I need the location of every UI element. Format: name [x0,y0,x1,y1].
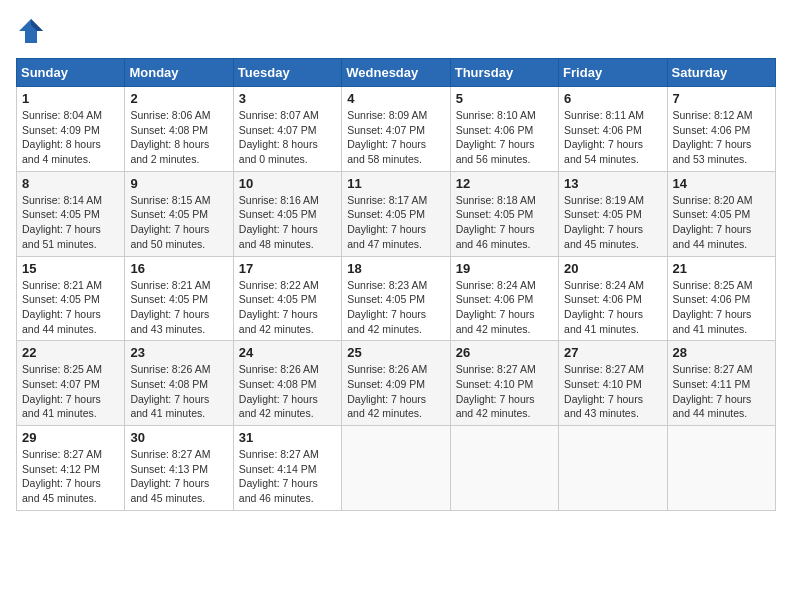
page-header [16,16,776,46]
calendar-cell: 15Sunrise: 8:21 AMSunset: 4:05 PMDayligh… [17,256,125,341]
day-number: 19 [456,261,553,276]
calendar-cell: 5Sunrise: 8:10 AMSunset: 4:06 PMDaylight… [450,87,558,172]
cell-info: Sunrise: 8:21 AMSunset: 4:05 PMDaylight:… [22,278,119,337]
day-number: 22 [22,345,119,360]
calendar-header-wednesday: Wednesday [342,59,450,87]
calendar-week-5: 29Sunrise: 8:27 AMSunset: 4:12 PMDayligh… [17,426,776,511]
calendar-cell: 29Sunrise: 8:27 AMSunset: 4:12 PMDayligh… [17,426,125,511]
calendar-cell: 31Sunrise: 8:27 AMSunset: 4:14 PMDayligh… [233,426,341,511]
day-number: 25 [347,345,444,360]
calendar-week-2: 8Sunrise: 8:14 AMSunset: 4:05 PMDaylight… [17,171,776,256]
cell-info: Sunrise: 8:22 AMSunset: 4:05 PMDaylight:… [239,278,336,337]
day-number: 29 [22,430,119,445]
day-number: 5 [456,91,553,106]
calendar-cell: 13Sunrise: 8:19 AMSunset: 4:05 PMDayligh… [559,171,667,256]
cell-info: Sunrise: 8:07 AMSunset: 4:07 PMDaylight:… [239,108,336,167]
calendar-week-1: 1Sunrise: 8:04 AMSunset: 4:09 PMDaylight… [17,87,776,172]
cell-info: Sunrise: 8:10 AMSunset: 4:06 PMDaylight:… [456,108,553,167]
day-number: 2 [130,91,227,106]
day-number: 15 [22,261,119,276]
calendar-cell [559,426,667,511]
calendar-cell: 22Sunrise: 8:25 AMSunset: 4:07 PMDayligh… [17,341,125,426]
cell-info: Sunrise: 8:27 AMSunset: 4:14 PMDaylight:… [239,447,336,506]
logo [16,16,50,46]
day-number: 17 [239,261,336,276]
calendar-cell: 30Sunrise: 8:27 AMSunset: 4:13 PMDayligh… [125,426,233,511]
calendar-header-row: SundayMondayTuesdayWednesdayThursdayFrid… [17,59,776,87]
calendar-cell: 7Sunrise: 8:12 AMSunset: 4:06 PMDaylight… [667,87,775,172]
calendar-cell: 14Sunrise: 8:20 AMSunset: 4:05 PMDayligh… [667,171,775,256]
cell-info: Sunrise: 8:18 AMSunset: 4:05 PMDaylight:… [456,193,553,252]
day-number: 21 [673,261,770,276]
calendar-header-sunday: Sunday [17,59,125,87]
day-number: 7 [673,91,770,106]
cell-info: Sunrise: 8:19 AMSunset: 4:05 PMDaylight:… [564,193,661,252]
day-number: 14 [673,176,770,191]
calendar-cell: 18Sunrise: 8:23 AMSunset: 4:05 PMDayligh… [342,256,450,341]
cell-info: Sunrise: 8:17 AMSunset: 4:05 PMDaylight:… [347,193,444,252]
day-number: 13 [564,176,661,191]
calendar-cell: 28Sunrise: 8:27 AMSunset: 4:11 PMDayligh… [667,341,775,426]
logo-icon [16,16,46,46]
cell-info: Sunrise: 8:04 AMSunset: 4:09 PMDaylight:… [22,108,119,167]
calendar-cell: 2Sunrise: 8:06 AMSunset: 4:08 PMDaylight… [125,87,233,172]
calendar-cell: 27Sunrise: 8:27 AMSunset: 4:10 PMDayligh… [559,341,667,426]
calendar-header-monday: Monday [125,59,233,87]
calendar-cell: 25Sunrise: 8:26 AMSunset: 4:09 PMDayligh… [342,341,450,426]
day-number: 26 [456,345,553,360]
calendar-cell [342,426,450,511]
day-number: 20 [564,261,661,276]
day-number: 27 [564,345,661,360]
calendar-cell: 10Sunrise: 8:16 AMSunset: 4:05 PMDayligh… [233,171,341,256]
day-number: 6 [564,91,661,106]
day-number: 24 [239,345,336,360]
calendar-cell [667,426,775,511]
calendar-cell: 24Sunrise: 8:26 AMSunset: 4:08 PMDayligh… [233,341,341,426]
calendar-cell: 11Sunrise: 8:17 AMSunset: 4:05 PMDayligh… [342,171,450,256]
calendar-cell: 8Sunrise: 8:14 AMSunset: 4:05 PMDaylight… [17,171,125,256]
cell-info: Sunrise: 8:24 AMSunset: 4:06 PMDaylight:… [456,278,553,337]
calendar-cell: 19Sunrise: 8:24 AMSunset: 4:06 PMDayligh… [450,256,558,341]
cell-info: Sunrise: 8:27 AMSunset: 4:11 PMDaylight:… [673,362,770,421]
cell-info: Sunrise: 8:24 AMSunset: 4:06 PMDaylight:… [564,278,661,337]
cell-info: Sunrise: 8:25 AMSunset: 4:07 PMDaylight:… [22,362,119,421]
cell-info: Sunrise: 8:20 AMSunset: 4:05 PMDaylight:… [673,193,770,252]
calendar-cell: 4Sunrise: 8:09 AMSunset: 4:07 PMDaylight… [342,87,450,172]
cell-info: Sunrise: 8:27 AMSunset: 4:10 PMDaylight:… [564,362,661,421]
cell-info: Sunrise: 8:25 AMSunset: 4:06 PMDaylight:… [673,278,770,337]
day-number: 11 [347,176,444,191]
cell-info: Sunrise: 8:26 AMSunset: 4:08 PMDaylight:… [130,362,227,421]
calendar-header-saturday: Saturday [667,59,775,87]
day-number: 23 [130,345,227,360]
cell-info: Sunrise: 8:23 AMSunset: 4:05 PMDaylight:… [347,278,444,337]
day-number: 3 [239,91,336,106]
calendar-cell: 9Sunrise: 8:15 AMSunset: 4:05 PMDaylight… [125,171,233,256]
day-number: 10 [239,176,336,191]
calendar-cell: 20Sunrise: 8:24 AMSunset: 4:06 PMDayligh… [559,256,667,341]
calendar-table: SundayMondayTuesdayWednesdayThursdayFrid… [16,58,776,511]
cell-info: Sunrise: 8:15 AMSunset: 4:05 PMDaylight:… [130,193,227,252]
calendar-week-4: 22Sunrise: 8:25 AMSunset: 4:07 PMDayligh… [17,341,776,426]
day-number: 8 [22,176,119,191]
calendar-header-tuesday: Tuesday [233,59,341,87]
cell-info: Sunrise: 8:09 AMSunset: 4:07 PMDaylight:… [347,108,444,167]
cell-info: Sunrise: 8:27 AMSunset: 4:13 PMDaylight:… [130,447,227,506]
calendar-cell: 1Sunrise: 8:04 AMSunset: 4:09 PMDaylight… [17,87,125,172]
cell-info: Sunrise: 8:06 AMSunset: 4:08 PMDaylight:… [130,108,227,167]
calendar-cell [450,426,558,511]
cell-info: Sunrise: 8:27 AMSunset: 4:12 PMDaylight:… [22,447,119,506]
calendar-cell: 17Sunrise: 8:22 AMSunset: 4:05 PMDayligh… [233,256,341,341]
cell-info: Sunrise: 8:11 AMSunset: 4:06 PMDaylight:… [564,108,661,167]
day-number: 12 [456,176,553,191]
calendar-header-friday: Friday [559,59,667,87]
day-number: 4 [347,91,444,106]
calendar-cell: 26Sunrise: 8:27 AMSunset: 4:10 PMDayligh… [450,341,558,426]
cell-info: Sunrise: 8:27 AMSunset: 4:10 PMDaylight:… [456,362,553,421]
cell-info: Sunrise: 8:16 AMSunset: 4:05 PMDaylight:… [239,193,336,252]
calendar-cell: 3Sunrise: 8:07 AMSunset: 4:07 PMDaylight… [233,87,341,172]
day-number: 31 [239,430,336,445]
cell-info: Sunrise: 8:26 AMSunset: 4:09 PMDaylight:… [347,362,444,421]
calendar-week-3: 15Sunrise: 8:21 AMSunset: 4:05 PMDayligh… [17,256,776,341]
day-number: 16 [130,261,227,276]
calendar-cell: 6Sunrise: 8:11 AMSunset: 4:06 PMDaylight… [559,87,667,172]
